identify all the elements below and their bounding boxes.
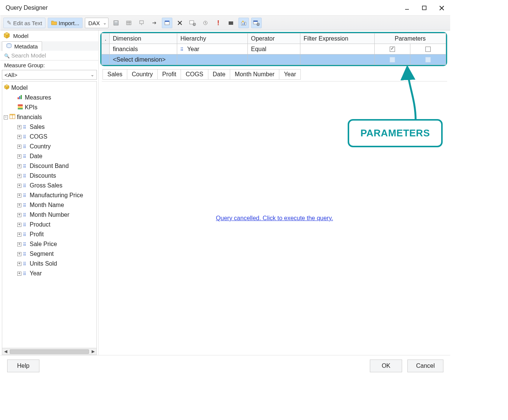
- filter-hierarchy-cell[interactable]: Year: [177, 44, 248, 54]
- maximize-button[interactable]: [416, 0, 433, 15]
- tree-column[interactable]: +Manufacturing Price: [4, 190, 96, 200]
- tree-column[interactable]: +Country: [4, 142, 96, 151]
- tree-column[interactable]: +Discount Band: [4, 161, 96, 171]
- metadata-tree[interactable]: Model Measures KPIs: [2, 81, 97, 355]
- toolbar-icon-10[interactable]: @: [251, 18, 262, 28]
- filter-new-row[interactable]: <Select dimension>: [102, 54, 446, 65]
- toolbar-icon-3[interactable]: [136, 18, 147, 28]
- column-tab[interactable]: Date: [208, 69, 231, 80]
- column-tab[interactable]: COGS: [181, 69, 208, 80]
- filter-expression-cell[interactable]: [300, 44, 375, 54]
- toolbar-icon-7[interactable]: [200, 18, 211, 28]
- tree-kpis[interactable]: KPIs: [4, 103, 96, 112]
- cancel-button[interactable]: Cancel: [407, 360, 443, 372]
- tree-column[interactable]: +Gross Sales: [4, 181, 96, 190]
- toolbar-icon-2[interactable]: [124, 18, 134, 28]
- row-selector-header[interactable]: .: [102, 33, 110, 44]
- filter-row-1[interactable]: financials Year Equal: [102, 44, 446, 54]
- tree-column[interactable]: +Segment: [4, 249, 96, 259]
- col-hierarchy[interactable]: Hierarchy: [177, 33, 248, 44]
- tree-table-financials[interactable]: − financials: [4, 112, 96, 122]
- tree-column[interactable]: +Month Name: [4, 200, 96, 210]
- filter-param-checkbox-2[interactable]: [410, 44, 446, 54]
- toolbar-icon-1[interactable]: [111, 18, 121, 28]
- ok-button[interactable]: OK: [370, 360, 402, 372]
- tree-column[interactable]: +Profit: [4, 230, 96, 239]
- tree-column[interactable]: +Discounts: [4, 171, 96, 181]
- col-operator[interactable]: Operator: [248, 33, 300, 44]
- tree-column[interactable]: +Sale Price: [4, 239, 96, 249]
- empty-cell[interactable]: [177, 54, 248, 65]
- search-model-input[interactable]: Search Model: [0, 51, 98, 60]
- minimize-button[interactable]: [398, 0, 416, 15]
- expand-icon[interactable]: +: [17, 262, 21, 266]
- close-button[interactable]: [433, 0, 450, 15]
- expand-icon[interactable]: +: [17, 184, 21, 188]
- import-button[interactable]: Import...: [48, 18, 83, 28]
- column-tab[interactable]: Country: [127, 69, 158, 80]
- collapse-icon[interactable]: −: [4, 115, 8, 119]
- expand-icon[interactable]: +: [17, 233, 21, 237]
- empty-cell[interactable]: [248, 54, 300, 65]
- toolbar-icon-6[interactable]: @: [187, 18, 198, 28]
- tree-column[interactable]: +Month Number: [4, 210, 96, 220]
- column-tab[interactable]: Year: [279, 69, 301, 80]
- filter-param-checkbox-1[interactable]: [375, 54, 410, 65]
- expand-icon[interactable]: +: [17, 252, 21, 256]
- tree-column[interactable]: +Date: [4, 151, 96, 161]
- measure-group-label: Measure Group:: [0, 60, 98, 70]
- toolbar-icon-9[interactable]: [238, 18, 249, 28]
- toolbar-icon-alert[interactable]: !: [213, 18, 223, 28]
- empty-cell[interactable]: [300, 54, 375, 65]
- tree-column[interactable]: +Year: [4, 269, 96, 278]
- toolbar-icon-delete[interactable]: [175, 18, 185, 28]
- language-select[interactable]: DAX ⌄: [85, 18, 109, 28]
- filter-dimension-cell[interactable]: financials: [110, 44, 177, 54]
- row-selector[interactable]: [102, 44, 110, 54]
- edit-as-text-button[interactable]: ✎ Edit as Text: [3, 18, 45, 28]
- expand-icon[interactable]: +: [17, 154, 21, 159]
- expand-icon[interactable]: +: [17, 223, 21, 227]
- expand-icon[interactable]: +: [17, 164, 21, 168]
- expand-icon[interactable]: +: [17, 193, 21, 198]
- expand-icon[interactable]: +: [17, 145, 21, 149]
- measure-group-select[interactable]: <All> ⌄: [2, 70, 97, 80]
- expand-icon[interactable]: +: [17, 242, 21, 246]
- column-tab[interactable]: Profit: [157, 69, 181, 80]
- tree-root[interactable]: Model: [4, 83, 96, 93]
- toolbar-icon-5[interactable]: [162, 18, 172, 28]
- tree-column[interactable]: +COGS: [4, 132, 96, 142]
- column-tab[interactable]: Month Number: [230, 69, 279, 80]
- expand-icon[interactable]: +: [17, 203, 21, 207]
- tree-column[interactable]: +Units Sold: [4, 259, 96, 269]
- row-selector[interactable]: [102, 54, 110, 65]
- tree-measures[interactable]: Measures: [4, 93, 96, 103]
- expand-icon[interactable]: +: [17, 272, 21, 276]
- col-dimension[interactable]: Dimension: [110, 33, 177, 44]
- folder-open-icon: [51, 20, 57, 26]
- tree-column-label: Month Number: [30, 212, 69, 218]
- filter-operator-cell[interactable]: Equal: [248, 44, 300, 54]
- filter-param-checkbox-1[interactable]: [375, 44, 410, 54]
- tree-column[interactable]: +Product: [4, 220, 96, 230]
- filter-param-checkbox-2[interactable]: [410, 54, 446, 65]
- tree-column[interactable]: +Sales: [4, 122, 96, 132]
- toolbar-icon-4[interactable]: [149, 18, 160, 28]
- scroll-thumb[interactable]: [10, 349, 89, 354]
- toolbar-icon-8[interactable]: [226, 18, 236, 28]
- help-button[interactable]: Help: [7, 360, 39, 372]
- col-parameters[interactable]: Parameters: [375, 33, 446, 44]
- select-dimension-placeholder[interactable]: <Select dimension>: [110, 54, 177, 65]
- tree-horizontal-scrollbar[interactable]: ◀ ▶: [2, 348, 96, 355]
- scroll-left-arrow[interactable]: ◀: [2, 349, 9, 354]
- filter-grid[interactable]: . Dimension Hierarchy Operator Filter Ex…: [101, 33, 446, 65]
- metadata-tab[interactable]: Metadata: [2, 41, 42, 51]
- expand-icon[interactable]: +: [17, 213, 21, 217]
- col-filter-expression[interactable]: Filter Expression: [300, 33, 375, 44]
- scroll-right-arrow[interactable]: ▶: [90, 349, 96, 354]
- expand-icon[interactable]: +: [17, 135, 21, 139]
- column-tab[interactable]: Sales: [103, 69, 127, 80]
- execute-query-link[interactable]: Query cancelled. Click to execute the qu…: [216, 215, 333, 222]
- expand-icon[interactable]: +: [17, 125, 21, 129]
- expand-icon[interactable]: +: [17, 174, 21, 178]
